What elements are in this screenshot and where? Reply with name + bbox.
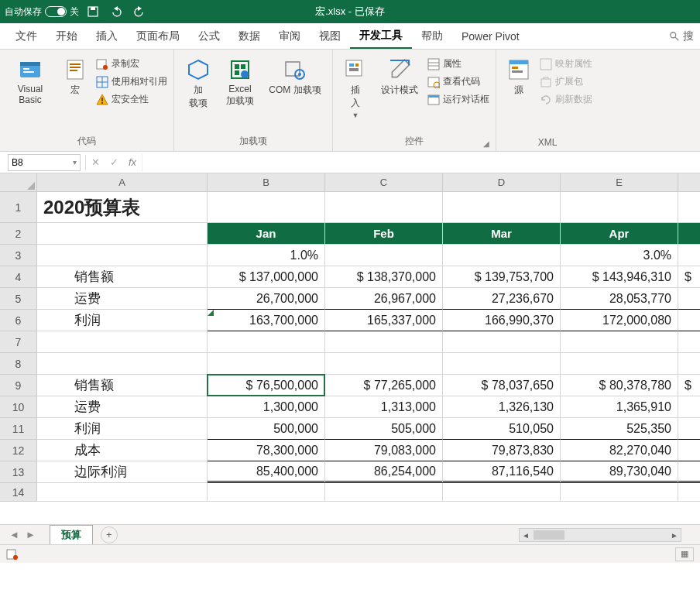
- search-box[interactable]: 搜: [669, 29, 694, 43]
- row-header[interactable]: 11: [0, 418, 37, 440]
- name-box[interactable]: B8: [8, 154, 81, 171]
- macro-record-status-icon[interactable]: [6, 548, 19, 561]
- row-header[interactable]: 10: [0, 396, 37, 418]
- cell[interactable]: [561, 192, 678, 223]
- cell-label[interactable]: 利润: [37, 418, 208, 440]
- addins-button[interactable]: 加 载项: [180, 53, 216, 110]
- cell[interactable]: [443, 483, 561, 502]
- cell-month[interactable]: Feb: [325, 223, 443, 245]
- cell[interactable]: $ 143,946,310: [561, 266, 678, 288]
- cell[interactable]: [443, 192, 561, 223]
- map-properties-button[interactable]: 映射属性: [540, 57, 592, 70]
- tab-home[interactable]: 开始: [46, 23, 87, 49]
- tab-data[interactable]: 数据: [229, 23, 269, 49]
- run-dialog-button[interactable]: 运行对话框: [427, 93, 489, 106]
- cell[interactable]: [208, 483, 325, 502]
- cell-label[interactable]: 销售额: [37, 375, 208, 396]
- cell[interactable]: [678, 310, 700, 331]
- cell[interactable]: [678, 223, 700, 245]
- tab-view[interactable]: 视图: [310, 23, 350, 49]
- cell[interactable]: [678, 396, 700, 418]
- cell[interactable]: $ 139,753,700: [443, 266, 561, 288]
- cell-label[interactable]: 成本: [37, 440, 208, 461]
- cell-label[interactable]: 利润: [37, 310, 208, 331]
- cell[interactable]: 505,000: [325, 418, 443, 440]
- enter-icon[interactable]: ✓: [105, 156, 123, 168]
- cell[interactable]: [325, 331, 443, 353]
- save-icon[interactable]: [87, 5, 99, 18]
- col-header[interactable]: B: [208, 173, 325, 192]
- tab-powerpivot[interactable]: Power Pivot: [452, 23, 529, 49]
- cell[interactable]: [678, 418, 700, 440]
- cell[interactable]: [561, 331, 678, 353]
- cell[interactable]: 1,365,910: [561, 396, 678, 418]
- cell[interactable]: [678, 288, 700, 310]
- cell[interactable]: [37, 353, 208, 375]
- fx-icon[interactable]: fx: [123, 156, 142, 168]
- cell[interactable]: 1.0%: [208, 245, 325, 266]
- cell[interactable]: [37, 483, 208, 502]
- sheet-nav-next-icon[interactable]: ►: [26, 529, 36, 540]
- design-mode-button[interactable]: 设计模式: [376, 53, 423, 97]
- row-header[interactable]: 6: [0, 310, 37, 331]
- cancel-icon[interactable]: ✕: [86, 156, 105, 168]
- refresh-data-button[interactable]: 刷新数据: [540, 93, 592, 106]
- tab-help[interactable]: 帮助: [412, 23, 452, 49]
- cell[interactable]: [678, 245, 700, 266]
- cell[interactable]: [325, 192, 443, 223]
- horizontal-scrollbar[interactable]: ◄ ►: [519, 528, 681, 542]
- cell[interactable]: 79,873,830: [443, 440, 561, 461]
- cell[interactable]: 26,700,000: [208, 288, 325, 310]
- row-header[interactable]: 9: [0, 375, 37, 396]
- record-macro-button[interactable]: 录制宏: [96, 57, 167, 70]
- redo-icon[interactable]: [133, 5, 146, 18]
- autosave-toggle[interactable]: 自动保存 关: [5, 5, 79, 19]
- add-sheet-button[interactable]: +: [101, 526, 118, 543]
- cell[interactable]: [678, 461, 700, 483]
- cell[interactable]: [208, 192, 325, 223]
- cell[interactable]: [208, 331, 325, 353]
- view-normal-button[interactable]: ▦: [675, 547, 694, 561]
- cell[interactable]: $ 138,370,000: [325, 266, 443, 288]
- tab-developer[interactable]: 开发工具: [350, 23, 412, 49]
- relative-ref-button[interactable]: 使用相对引用: [96, 75, 167, 88]
- cell[interactable]: 28,053,770: [561, 288, 678, 310]
- cell[interactable]: $: [678, 266, 700, 288]
- cell[interactable]: [561, 483, 678, 502]
- col-header[interactable]: D: [443, 173, 561, 192]
- cell-label[interactable]: 销售额: [37, 266, 208, 288]
- cell[interactable]: $ 80,378,780: [561, 375, 678, 396]
- cell[interactable]: 86,254,000: [325, 461, 443, 483]
- cells-area[interactable]: 2020预算表 Jan Feb Mar Apr 1.0% 3.0% 销售: [37, 192, 700, 502]
- view-code-button[interactable]: 查看代码: [427, 75, 489, 88]
- row-header[interactable]: 4: [0, 266, 37, 288]
- cell[interactable]: 82,270,040: [561, 440, 678, 461]
- cell[interactable]: 163,700,000: [208, 310, 325, 331]
- cell[interactable]: 79,083,000: [325, 440, 443, 461]
- cell-label[interactable]: 边际利润: [37, 461, 208, 483]
- cell[interactable]: $ 76,500,000: [208, 375, 325, 396]
- row-header[interactable]: 8: [0, 353, 37, 375]
- cell[interactable]: [37, 223, 208, 245]
- excel-addins-button[interactable]: Excel 加载项: [221, 53, 259, 108]
- tab-file[interactable]: 文件: [6, 23, 46, 49]
- cell[interactable]: 172,000,080: [561, 310, 678, 331]
- cell[interactable]: [678, 483, 700, 502]
- row-header[interactable]: 1: [0, 192, 37, 223]
- cell[interactable]: 85,400,000: [208, 461, 325, 483]
- cell[interactable]: [443, 331, 561, 353]
- row-header[interactable]: 14: [0, 483, 37, 502]
- cell[interactable]: 1,326,130: [443, 396, 561, 418]
- properties-button[interactable]: 属性: [427, 57, 489, 70]
- visual-basic-button[interactable]: Visual Basic: [6, 53, 54, 105]
- cell-title[interactable]: 2020预算表: [37, 192, 208, 223]
- undo-icon[interactable]: [110, 5, 122, 18]
- cell[interactable]: 27,236,670: [443, 288, 561, 310]
- cell-month[interactable]: Mar: [443, 223, 561, 245]
- col-header[interactable]: E: [561, 173, 678, 192]
- cell[interactable]: 1,313,000: [325, 396, 443, 418]
- cell[interactable]: 78,300,000: [208, 440, 325, 461]
- cell[interactable]: [37, 245, 208, 266]
- spreadsheet-grid[interactable]: A B C D E 1 2 3 4 5 6 7 8 9 10 11 12 13 …: [0, 173, 700, 524]
- cell[interactable]: [208, 353, 325, 375]
